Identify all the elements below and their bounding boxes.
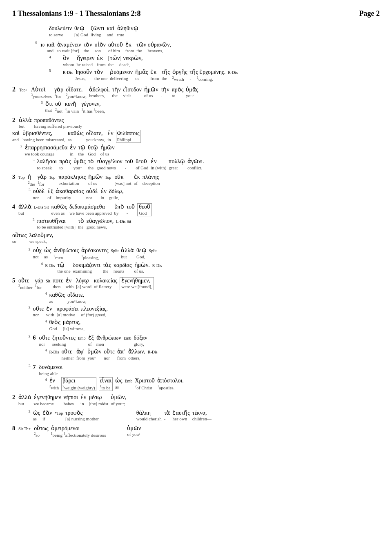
page-wrapper: 1 Thessalonians 1:9 - 1 Thessalonians 2:… [12, 8, 380, 438]
not-pleasing: 3 οὐχnot ὡςas ἀνθρώποις2men ἀρέσκοντες1p… [12, 247, 380, 274]
page-number: Page 2 [359, 8, 380, 19]
main-content: δουλεύεινto serve θεῷ[a] God ζῶντιliving… [12, 25, 380, 438]
verse-2-2: 2 ἀλλὰbut προπαθόντεςhaving suffered pre… [12, 116, 380, 171]
verse-10: 4 10 καὶand ἀναμένεινto wait [for] τὸνth… [12, 40, 380, 82]
verse-2-5: 5 οὔτε2neither γάρ1for Sit ποτεthen ἐνwi… [12, 276, 380, 332]
verse-2-7: 3 7 δυνάμενοιbeing able 4 ἐν2with βάρει3… [12, 363, 380, 391]
thus-block: οὕτωςso λαλοῦμεν,we speak, [12, 232, 380, 244]
page-title: 1 Thessalonians 1:9 - 1 Thessalonians 2:… [12, 8, 140, 19]
verse-2-4: 4 ἀλλὰbut L-Dis Sit καθὼςeven as δεδοκιμ… [12, 202, 380, 230]
verse-1-9: δουλεύεινto serve θεῷ[a] God ζῶντιliving… [12, 25, 380, 38]
verse-2-8: 8 Sit Th+ οὕτως2so ὀμειρόμενοι1being 3af… [12, 424, 380, 438]
verse-2-6: 3 6 οὔτεnor ζητοῦντεςseeking Emb ἐξof ἀν… [12, 333, 380, 361]
babes-block: 2 ἀλλὰbut ἐγενήθημενwe became νήπιοιbabe… [12, 393, 380, 407]
verse-2-3: 3 Top ἡ2the γὰρ1for Top παράκλησιςexhort… [12, 173, 380, 200]
page-header: 1 Thessalonians 1:9 - 1 Thessalonians 2:… [12, 8, 380, 21]
verse-2-1: 2 Top+ Αὐτοὶ3yourselves γὰρ1for οἴδατε,2… [12, 84, 380, 114]
nursing-block: 3 ὡςas ἐὰνif *Top τροφὸς[a] nursing moth… [12, 409, 380, 422]
